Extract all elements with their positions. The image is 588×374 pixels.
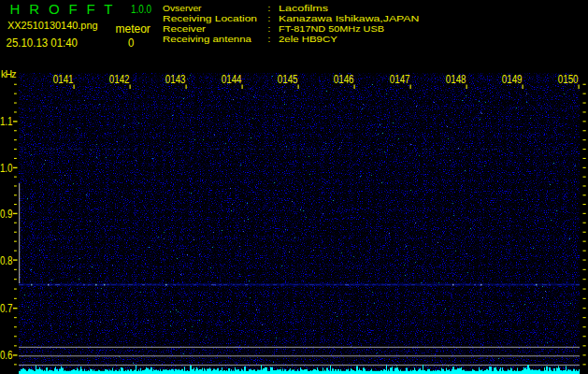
svg-text:0144: 0144	[222, 72, 242, 86]
svg-text:Receiving antenna: Receiving antenna	[163, 33, 251, 43]
svg-text:1.0: 1.0	[0, 160, 13, 174]
svg-text:0145: 0145	[278, 72, 298, 86]
svg-text:0.7: 0.7	[0, 301, 13, 315]
svg-text:0148: 0148	[446, 72, 466, 86]
svg-text:H R O F F T: H R O F F T	[10, 1, 113, 17]
svg-text:Kanazawa Ishikawa,JAPAN: Kanazawa Ishikawa,JAPAN	[279, 13, 419, 23]
svg-text:0146: 0146	[334, 72, 354, 86]
svg-text:0147: 0147	[390, 72, 410, 86]
svg-text:0: 0	[128, 36, 134, 50]
svg-text:0.9: 0.9	[0, 206, 13, 220]
svg-text:0142: 0142	[109, 72, 130, 86]
svg-text:25.10.13 01:40: 25.10.13 01:40	[7, 36, 78, 50]
svg-text:0.6: 0.6	[0, 348, 13, 362]
svg-text::: :	[268, 3, 271, 13]
svg-text:0143: 0143	[165, 72, 186, 86]
svg-text:meteor: meteor	[116, 22, 151, 36]
svg-text::: :	[268, 13, 271, 23]
svg-text:0150: 0150	[558, 72, 579, 86]
svg-text:Ovserver: Ovserver	[163, 3, 202, 13]
svg-text:Receiving Location: Receiving Location	[163, 13, 257, 23]
svg-text:XX2510130140.png: XX2510130140.png	[7, 20, 98, 31]
svg-text:Receiver: Receiver	[163, 22, 206, 33]
svg-text:1.0.0: 1.0.0	[131, 3, 151, 15]
svg-text:2ele HB9CY: 2ele HB9CY	[279, 33, 337, 43]
svg-text:0.8: 0.8	[0, 252, 13, 266]
svg-text::: :	[268, 34, 271, 44]
svg-text:FT-817ND 50MHz USB: FT-817ND 50MHz USB	[279, 23, 384, 33]
svg-text:Lacofilms: Lacofilms	[279, 3, 328, 12]
svg-text::: :	[268, 23, 271, 34]
svg-text:1.1: 1.1	[0, 114, 13, 128]
svg-text:0149: 0149	[502, 72, 523, 86]
svg-text:kHz: kHz	[1, 68, 17, 79]
svg-text:0141: 0141	[53, 72, 74, 86]
